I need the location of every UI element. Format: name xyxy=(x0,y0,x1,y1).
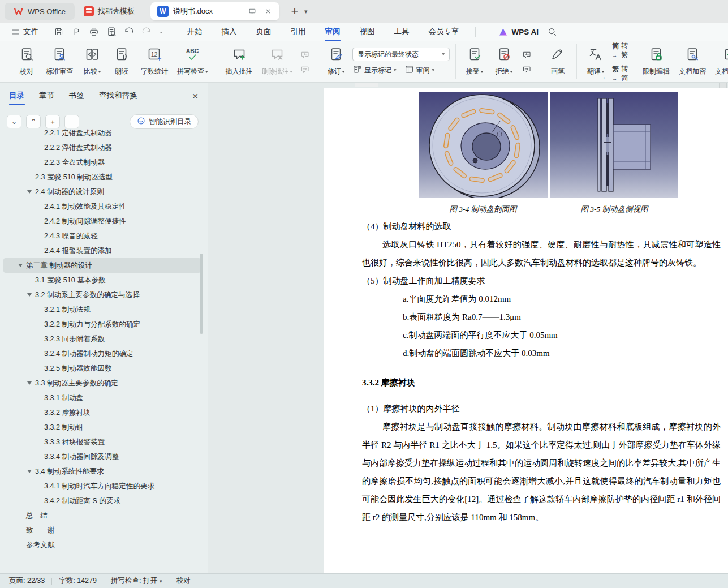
page-indicator[interactable]: 页面: 22/33 xyxy=(9,576,45,586)
collapse-triangle-icon[interactable] xyxy=(18,264,23,267)
toc-item[interactable]: 2.4 制动器的设计原则 xyxy=(3,184,201,199)
document-text[interactable]: （4）制动盘材料的选取 选取灰口铸铁 HT250，其有着较好的强度、硬度、耐磨性… xyxy=(362,217,721,526)
brake-disc-section-figure[interactable] xyxy=(419,92,548,198)
to-simplified-button[interactable]: 繁→ 转简 xyxy=(612,64,628,83)
toc-item[interactable]: 2.4.1 制动效能及其稳定性 xyxy=(3,199,201,214)
menu-item-home[interactable]: 开始 xyxy=(187,23,203,41)
spell-check-button[interactable]: ABC 拼写检查▾ xyxy=(174,45,211,79)
menu-item-reference[interactable]: 引用 xyxy=(291,23,306,41)
menu-item-member[interactable]: 会员专享 xyxy=(429,23,459,41)
previous-change-icon[interactable] xyxy=(520,49,533,59)
toc-item[interactable]: 2.3 宝骏 510 制动器选型 xyxy=(3,170,201,184)
toc-item[interactable]: 3.3.3 衬块报警装置 xyxy=(3,435,201,449)
toc-item[interactable]: 3.2.1 制动法规 xyxy=(3,302,201,317)
separate-window-icon[interactable] xyxy=(247,6,258,17)
toc-item[interactable]: 3.4 制动系统性能要求 xyxy=(3,464,201,479)
sidebar-tab-bookmarks[interactable]: 书签 xyxy=(69,91,84,105)
ruler-toggle[interactable] xyxy=(355,83,378,87)
delete-comment-button[interactable]: 删除批注▾ xyxy=(259,45,296,79)
sidebar-tab-contents[interactable]: 目录 xyxy=(9,91,24,105)
word-count-indicator[interactable]: 字数: 14279 xyxy=(59,576,97,586)
markup-state-dropdown[interactable]: 显示标记的最终状态 ▾ xyxy=(352,48,450,61)
search-button[interactable] xyxy=(548,27,557,37)
toc-item[interactable]: 2.2.1 定钳盘式制动器 xyxy=(3,126,201,140)
toc-item[interactable]: 3.2.2 制动力与分配系数的确定 xyxy=(3,317,201,332)
export-pdf-icon[interactable] xyxy=(71,27,81,37)
translate-button[interactable]: 翻译▾ xyxy=(583,45,609,79)
toc-item[interactable]: 2.4.3 噪音的减轻 xyxy=(3,229,201,243)
menu-item-review[interactable]: 审阅 xyxy=(325,23,341,41)
toc-item[interactable]: 3.1 宝骏 510 基本参数 xyxy=(3,273,201,287)
menu-item-tools[interactable]: 工具 xyxy=(394,23,410,41)
show-markup-button[interactable]: 显示标记▾ xyxy=(352,65,397,76)
toc-item[interactable]: 第三章 制动器的设计 xyxy=(3,258,201,273)
standard-review-button[interactable]: 标准审查 xyxy=(43,45,76,79)
toc-item[interactable]: 3.3.1 制动盘 xyxy=(3,390,201,405)
reject-button[interactable]: 拒绝▾ xyxy=(491,45,517,79)
accept-button[interactable]: 接受▾ xyxy=(462,45,488,79)
toc-item[interactable]: 3.4.2 制动距离 S 的要求 xyxy=(3,493,201,508)
sidebar-scrollbar-thumb[interactable] xyxy=(200,254,203,334)
document-scrollbar[interactable] xyxy=(719,83,727,88)
proofread-button[interactable]: 校对 xyxy=(14,45,40,79)
next-comment-icon[interactable] xyxy=(299,64,311,74)
previous-comment-icon[interactable] xyxy=(299,49,311,59)
ink-pen-button[interactable]: 画笔 xyxy=(545,45,571,79)
close-sidebar-icon[interactable]: ✕ xyxy=(192,92,199,104)
group-expand-icon[interactable]: ⌟ xyxy=(602,74,605,80)
to-traditional-button[interactable]: 简→ 转繁 xyxy=(612,41,628,60)
toc-item[interactable]: 2.4.4 报警装置的添加 xyxy=(3,243,201,258)
collapse-triangle-icon[interactable] xyxy=(27,293,32,297)
toc-item[interactable]: 致 谢 xyxy=(3,523,201,538)
menu-item-page[interactable]: 页面 xyxy=(256,23,272,41)
toc-item[interactable]: 3.3 制动器主要参数的确定 xyxy=(3,376,201,390)
toc-item[interactable]: 3.2.3 同步附着系数 xyxy=(3,332,201,346)
brake-disc-side-figure[interactable] xyxy=(550,92,678,198)
undo-icon[interactable] xyxy=(124,27,134,37)
toc-item[interactable]: 2.4.2 制动间隙调整便捷性 xyxy=(3,214,201,229)
quick-access-chevron-icon[interactable]: ⌄ xyxy=(159,29,163,34)
docer-template-tab[interactable]: 找稻壳模板 xyxy=(75,3,144,20)
collapse-triangle-icon[interactable] xyxy=(27,470,32,473)
sidebar-tab-find-replace[interactable]: 查找和替换 xyxy=(99,91,137,105)
print-icon[interactable] xyxy=(89,27,99,37)
compare-button[interactable]: 比较▾ xyxy=(79,45,105,79)
toc-item[interactable]: 3.3.4 制动器间隙及调整 xyxy=(3,449,201,464)
spell-check-indicator[interactable]: 拼写检查: 打开▾ xyxy=(111,576,162,586)
review-pane-button[interactable]: 审阅▾ xyxy=(404,65,435,76)
close-tab-icon[interactable] xyxy=(262,6,274,17)
print-preview-icon[interactable] xyxy=(106,27,117,37)
finalize-document-button[interactable]: 文档定稿▾ xyxy=(712,45,728,79)
sidebar-tab-chapters[interactable]: 章节 xyxy=(39,91,54,105)
toc-item[interactable]: 3.2.4 制动器制动力矩的确定 xyxy=(3,346,201,361)
track-changes-button[interactable]: 修订▾ xyxy=(323,45,349,79)
next-change-icon[interactable] xyxy=(520,64,533,74)
toc-item[interactable]: 总 结 xyxy=(3,508,201,523)
app-home-tab[interactable]: WPS Office xyxy=(5,3,75,20)
encrypt-document-button[interactable]: 文档加密 xyxy=(676,45,709,79)
wps-ai-button[interactable]: WPS AI xyxy=(498,27,539,37)
save-icon[interactable] xyxy=(54,27,64,37)
toc-item[interactable]: 2.2.2 浮钳盘式制动器 xyxy=(3,140,201,155)
toc-item[interactable]: 3.3.2 摩擦衬块 xyxy=(3,405,201,420)
read-aloud-button[interactable]: 朗读 xyxy=(109,45,135,79)
menu-item-insert[interactable]: 插入 xyxy=(222,23,237,41)
restrict-editing-button[interactable]: 限制编辑 xyxy=(640,45,673,79)
collapse-triangle-icon[interactable] xyxy=(27,190,32,194)
toc-item[interactable]: 3.2.5 制动器效能因数 xyxy=(3,361,201,376)
toc-item[interactable]: 2.2.3 全盘式制动器 xyxy=(3,155,201,170)
tab-list-chevron-icon[interactable]: ▾ xyxy=(304,8,308,15)
toc-item[interactable]: 3.4.1 制动时汽车方向稳定性的要求 xyxy=(3,479,201,493)
menu-item-view[interactable]: 视图 xyxy=(360,23,375,41)
document-page[interactable]: 图 3-4 制动盘剖面图 图 3-5 制动盘侧视图 （4）制动盘材料的选取 选取… xyxy=(324,88,728,573)
toc-item[interactable]: 3.2 制动系主要参数的确定与选择 xyxy=(3,287,201,302)
toc-item[interactable]: 参考文献 xyxy=(3,538,201,552)
collapse-triangle-icon[interactable] xyxy=(27,381,32,385)
word-count-button[interactable]: 12 字数统计 xyxy=(138,45,171,79)
toc-item[interactable]: 3.3.2 制动钳 xyxy=(3,420,201,435)
new-tab-button[interactable]: + xyxy=(287,4,302,19)
file-menu-button[interactable]: 文件 xyxy=(8,27,42,37)
redo-icon[interactable] xyxy=(141,27,152,37)
document-tab-active[interactable]: W 说明书.docx xyxy=(150,2,279,20)
proofread-status-button[interactable]: 校对 xyxy=(176,576,190,586)
